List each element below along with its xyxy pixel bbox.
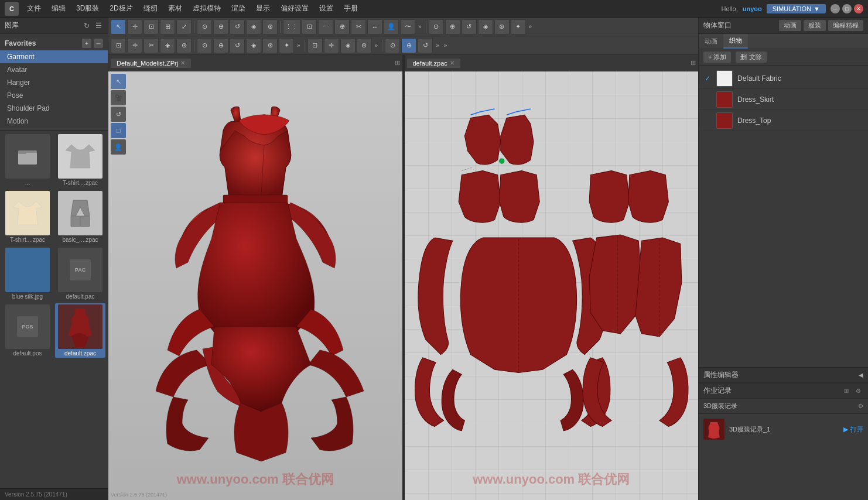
align-button[interactable]: ⋯ <box>318 19 333 35</box>
list-item[interactable]: POS default.pos <box>2 303 53 358</box>
menu-item-编辑[interactable]: 编辑 <box>47 2 70 15</box>
app-logo[interactable]: C <box>5 2 19 16</box>
delete-fabric-button[interactable]: 删 文除 <box>736 52 766 63</box>
3d-viewport[interactable]: ↖ 🎥 ↺ □ 👤 <box>108 71 402 500</box>
extra-btn-6[interactable]: ✦ <box>511 19 526 35</box>
3d-avatar-tool[interactable]: 👤 <box>111 139 126 155</box>
3d-rotate-tool[interactable]: ↺ <box>111 107 126 122</box>
favorites-remove-button[interactable]: ─ <box>94 39 103 48</box>
worklog-settings-button[interactable]: ⚙ <box>853 387 863 395</box>
worklog-item[interactable]: 3D服装记录_1 ▶ 打开 <box>701 416 866 442</box>
minimize-button[interactable]: ─ <box>831 4 840 13</box>
edit-button[interactable]: ⊞ <box>160 19 175 35</box>
fabric-item-top[interactable]: ✓ Dress_Top <box>699 110 868 131</box>
sidebar-list-button[interactable]: ☰ <box>94 21 103 30</box>
view-btn-9[interactable]: ◈ <box>340 38 356 53</box>
sidebar-item-avatar[interactable]: Avatar <box>0 63 108 76</box>
fabric-item-default[interactable]: ✓ Default Fabric <box>699 68 868 89</box>
favorites-add-button[interactable]: + <box>82 39 91 48</box>
arrange-button[interactable]: ⋮⋮ <box>283 19 300 35</box>
menu-item-渲染[interactable]: 渲染 <box>227 2 250 15</box>
cut-button[interactable]: ✂ <box>351 19 366 35</box>
menu-item-虚拟模特[interactable]: 虚拟模特 <box>188 2 225 15</box>
toolbar-more-2[interactable]: » <box>527 23 534 30</box>
animate-tab-button[interactable]: 动画 <box>779 20 801 31</box>
list-item[interactable]: blue silk.jpg <box>2 246 53 301</box>
toolbar-more-6[interactable]: » <box>442 42 449 49</box>
worklog-settings-icon[interactable]: ⚙ <box>858 403 863 409</box>
sidebar-item-pose[interactable]: Pose <box>0 89 108 102</box>
weld-button[interactable]: ⊕ <box>334 19 350 35</box>
menu-item-手册[interactable]: 手册 <box>339 2 363 15</box>
extra-btn-1[interactable]: ⊙ <box>429 19 444 35</box>
menu-item-3D服装[interactable]: 3D服装 <box>71 2 104 15</box>
menu-item-显示[interactable]: 显示 <box>251 2 275 15</box>
view-btn-2[interactable]: ⊕ <box>213 38 228 53</box>
3d-view-mode[interactable]: □ <box>111 123 126 138</box>
wave-button[interactable]: 〜 <box>400 19 415 35</box>
list-item[interactable]: basic_....zpac <box>55 190 105 244</box>
circle-tool-button[interactable]: ⊙ <box>197 19 212 35</box>
view-btn-13[interactable]: ↺ <box>418 38 433 53</box>
menu-item-素材[interactable]: 素材 <box>163 2 187 15</box>
stitch-button[interactable]: ⊡ <box>302 19 317 35</box>
process-tab-button[interactable]: 编程精程 <box>828 20 863 31</box>
extra-btn-3[interactable]: ↺ <box>462 19 477 35</box>
list-item[interactable]: ... <box>2 133 53 187</box>
2d-tab-close[interactable]: ✕ <box>450 60 454 66</box>
maximize-button[interactable]: □ <box>842 4 852 13</box>
menu-item-缝纫[interactable]: 缝纫 <box>139 2 162 15</box>
view-btn-3[interactable]: ↺ <box>230 38 245 53</box>
right-tab-animate[interactable]: 动画 <box>699 34 723 49</box>
list-item[interactable]: T-shirt....zpac <box>2 190 53 244</box>
view-btn-7[interactable]: ⊡ <box>307 38 323 53</box>
resize-button[interactable]: ⤢ <box>176 19 192 35</box>
list-item[interactable]: PAC default.pac <box>55 246 105 301</box>
scatter-button[interactable]: ⊛ <box>262 19 278 35</box>
view-btn-6[interactable]: ✦ <box>279 38 294 53</box>
view-cut-button[interactable]: ✂ <box>143 38 159 53</box>
2d-viewport[interactable]: www.unyoo.com 联合优网 <box>405 71 699 500</box>
sidebar-refresh-button[interactable]: ↻ <box>82 21 91 30</box>
view-move-button[interactable]: ✛ <box>127 38 142 53</box>
extra-btn-4[interactable]: ◈ <box>478 19 493 35</box>
extra-btn-5[interactable]: ⊛ <box>494 19 510 35</box>
add-fabric-button[interactable]: + 添加 <box>703 52 731 63</box>
sidebar-item-hanger[interactable]: Hanger <box>0 76 108 89</box>
close-button[interactable]: ✕ <box>854 4 863 13</box>
3d-panel-tab[interactable]: Default_Modelist.ZPrj ✕ <box>111 59 191 68</box>
toolbar-more-1[interactable]: » <box>416 23 423 30</box>
dress-tab-button[interactable]: 服装 <box>804 20 826 31</box>
2d-panel-tab[interactable]: default.zpac ✕ <box>407 59 460 68</box>
view-btn-8[interactable]: ✛ <box>324 38 339 53</box>
toolbar-more-3[interactable]: » <box>295 42 302 49</box>
3d-panel-expand[interactable]: ⊞ <box>395 59 400 67</box>
move-tool-button[interactable]: ✛ <box>127 19 142 35</box>
property-editor-header[interactable]: 属性编辑器 ◀ <box>699 368 868 383</box>
view-reset-button[interactable]: ⊡ <box>111 38 126 53</box>
transform-button[interactable]: ⊡ <box>143 19 159 35</box>
menu-item-设置[interactable]: 设置 <box>315 2 338 15</box>
3d-camera-tool[interactable]: 🎥 <box>111 90 126 105</box>
worklog-expand-button[interactable]: ⊞ <box>842 387 851 395</box>
3d-tab-close[interactable]: ✕ <box>180 60 185 66</box>
rotate-button[interactable]: ↺ <box>230 19 245 35</box>
fabric-item-skirt[interactable]: ✓ Dress_Skirt <box>699 89 868 110</box>
measure-button[interactable]: ↔ <box>367 19 382 35</box>
view-btn-10[interactable]: ⊛ <box>357 38 372 53</box>
pin-tool-button[interactable]: ⊕ <box>213 19 228 35</box>
sidebar-item-motion[interactable]: Motion <box>0 115 108 128</box>
avatar-tool-button[interactable]: 👤 <box>384 19 399 35</box>
sidebar-item-garment[interactable]: Garment <box>0 50 108 63</box>
view-pattern-button[interactable]: ◈ <box>160 38 175 53</box>
view-btn-11[interactable]: ⊙ <box>385 38 400 53</box>
view-btn-5[interactable]: ⊛ <box>262 38 278 53</box>
select-tool-button[interactable]: ↖ <box>111 19 126 35</box>
3d-select-tool[interactable]: ↖ <box>111 74 126 89</box>
toolbar-more-4[interactable]: » <box>373 42 380 49</box>
pattern-button[interactable]: ◈ <box>246 19 261 35</box>
list-item[interactable]: default.zpac <box>55 303 105 358</box>
menu-item-2D板片[interactable]: 2D板片 <box>105 2 137 15</box>
view-btn-4[interactable]: ◈ <box>246 38 261 53</box>
menu-item-偏好设置[interactable]: 偏好设置 <box>276 2 313 15</box>
